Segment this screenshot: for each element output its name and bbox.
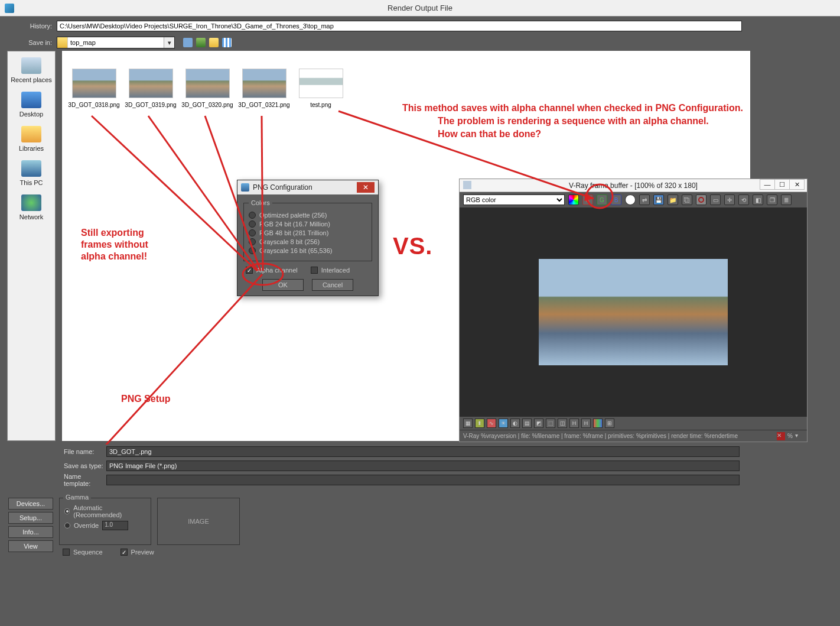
- save-image-button[interactable]: 💾: [653, 194, 664, 205]
- filename-input[interactable]: [106, 446, 740, 457]
- chevron-down-icon[interactable]: ▾: [164, 37, 174, 48]
- vfb-title: V-Ray frame buffer - [100% of 320 x 180]: [569, 181, 698, 190]
- radio-rgb24[interactable]: RGB 24 bit (16.7 Million): [249, 220, 367, 228]
- green-channel-button[interactable]: G: [597, 194, 607, 205]
- icc-icon[interactable]: H: [569, 419, 579, 428]
- link-button[interactable]: ⟲: [738, 194, 749, 205]
- libraries-icon: [21, 126, 41, 142]
- back-icon[interactable]: [183, 38, 193, 47]
- bg-icon[interactable]: ◩: [534, 419, 543, 428]
- vfb-status: V-Ray %vrayversion | file: %filename | f…: [463, 433, 738, 439]
- file-thumb[interactable]: 3D_GOT_0319.png: [127, 69, 174, 108]
- nametemplate-input[interactable]: [106, 475, 740, 485]
- channel-select[interactable]: RGB color: [463, 194, 565, 205]
- huesat-icon[interactable]: ▤: [522, 419, 532, 428]
- file-thumb[interactable]: 3D_GOT_0318.png: [70, 69, 118, 108]
- radio-opt-palette[interactable]: Optimized palette (256): [249, 212, 367, 219]
- place-libraries[interactable]: Libraries: [19, 126, 44, 152]
- savein-combo[interactable]: ▾: [57, 37, 175, 48]
- thumbnail-icon: [299, 69, 343, 98]
- minimize-button[interactable]: ―: [760, 179, 775, 190]
- duplicate-button[interactable]: ❐: [767, 194, 777, 205]
- stamp-icon[interactable]: ⊞: [605, 419, 614, 428]
- saveastype-combo[interactable]: PNG Image File (*.png): [106, 460, 740, 471]
- copy-image-button[interactable]: ⿻: [682, 194, 692, 205]
- gamma-value-spinner[interactable]: 1.0: [102, 521, 128, 530]
- opt-label: Preview: [131, 549, 154, 556]
- desktop-icon: [21, 92, 41, 108]
- file-thumb[interactable]: test.png: [297, 69, 344, 108]
- exposure-icon[interactable]: ☀: [499, 419, 508, 428]
- red-channel-button[interactable]: R: [582, 194, 593, 205]
- load-image-button[interactable]: 📁: [668, 194, 678, 205]
- lut-icon[interactable]: ⬚: [546, 419, 555, 428]
- ok-button[interactable]: OK: [262, 279, 304, 291]
- window-titlebar: Render Output File: [0, 0, 840, 17]
- filename-label: File name:: [0, 448, 106, 455]
- radio-gamma-override[interactable]: Override 1.0: [64, 521, 146, 530]
- zoom-menu-icon[interactable]: ▾: [795, 432, 803, 440]
- srgb-icon[interactable]: H: [581, 419, 591, 428]
- checkbox-alpha-channel[interactable]: ✓Alpha channel: [246, 267, 298, 274]
- close-button[interactable]: ✕: [357, 182, 375, 193]
- clear-button[interactable]: [696, 194, 706, 205]
- checkbox-preview[interactable]: ✓Preview: [121, 549, 154, 556]
- corrections-icon[interactable]: ▦: [463, 419, 473, 428]
- svg-line-0: [92, 116, 257, 271]
- places-sidebar: Recent places Desktop Libraries This PC …: [7, 51, 56, 441]
- nametemplate-label: Name template:: [0, 473, 106, 487]
- savein-folder-input[interactable]: [68, 37, 164, 48]
- file-name: 3D_GOT_0318.png: [68, 102, 119, 108]
- view-icon[interactable]: [222, 38, 232, 47]
- region-button[interactable]: ▭: [710, 194, 721, 205]
- opt-label: Interlaced: [321, 267, 350, 274]
- window-title: Render Output File: [388, 4, 452, 12]
- compare-button[interactable]: ◧: [753, 194, 763, 205]
- history-path-input[interactable]: [57, 21, 742, 31]
- file-browser[interactable]: 3D_GOT_0318.png 3D_GOT_0319.png 3D_GOT_0…: [62, 51, 750, 441]
- file-name: 3D_GOT_0321.png: [238, 102, 289, 108]
- vfb-viewport[interactable]: [460, 207, 807, 417]
- history-button[interactable]: ≣: [781, 194, 792, 205]
- stop-render-button[interactable]: ✕: [777, 432, 785, 440]
- radio-gray8[interactable]: Grayscale 8 bit (256): [249, 238, 367, 245]
- levels-icon[interactable]: ⬍: [475, 419, 484, 428]
- maximize-button[interactable]: ☐: [774, 179, 790, 190]
- color-wheel-icon[interactable]: [568, 194, 579, 205]
- checkbox-sequence[interactable]: Sequence: [63, 549, 103, 556]
- vfb-toolbar: RGB color R G B ⇄ 💾 📁 ⿻ ▭ ✛ ⟲ ◧ ❐ ≣: [460, 192, 807, 207]
- app-icon: [5, 4, 14, 13]
- opt-label: Sequence: [73, 549, 103, 556]
- new-folder-icon[interactable]: [209, 38, 219, 47]
- place-label: Desktop: [19, 111, 43, 118]
- left-buttons: Devices... Setup... Info... View: [8, 498, 53, 552]
- place-recent[interactable]: Recent places: [11, 57, 52, 83]
- blue-channel-button[interactable]: B: [611, 194, 621, 205]
- close-button[interactable]: ✕: [789, 179, 805, 190]
- mono-channel-button[interactable]: [625, 194, 636, 205]
- track-mouse-button[interactable]: ✛: [724, 194, 735, 205]
- ocio-icon[interactable]: ◫: [558, 419, 567, 428]
- place-network[interactable]: Network: [19, 194, 43, 220]
- cancel-button[interactable]: Cancel: [312, 279, 353, 291]
- setup-button[interactable]: Setup...: [8, 512, 53, 524]
- place-thispc[interactable]: This PC: [19, 160, 43, 186]
- file-thumb[interactable]: 3D_GOT_0320.png: [184, 69, 231, 108]
- up-folder-icon[interactable]: [196, 38, 206, 47]
- view-button[interactable]: View: [8, 540, 53, 552]
- swap-channel-button[interactable]: ⇄: [639, 194, 650, 205]
- dialog-icon: [241, 183, 249, 192]
- curve-icon[interactable]: ∿: [487, 419, 496, 428]
- radio-gray16[interactable]: Grayscale 16 bit (65,536): [249, 247, 367, 254]
- devices-button[interactable]: Devices...: [8, 498, 53, 510]
- place-desktop[interactable]: Desktop: [19, 92, 43, 118]
- file-thumb[interactable]: 3D_GOT_0321.png: [240, 69, 288, 108]
- radio-gamma-auto[interactable]: Automatic (Recommended): [64, 504, 146, 518]
- file-name: 3D_GOT_0320.png: [181, 102, 233, 108]
- pixel-info-icon[interactable]: [593, 419, 603, 428]
- radio-rgb48[interactable]: RGB 48 bit (281 Trillion): [249, 229, 367, 236]
- info-button[interactable]: Info...: [8, 526, 53, 538]
- opt-label: RGB 24 bit (16.7 Million): [259, 220, 330, 228]
- whitebalance-icon[interactable]: ◐: [510, 419, 520, 428]
- checkbox-interlaced[interactable]: Interlaced: [311, 267, 350, 274]
